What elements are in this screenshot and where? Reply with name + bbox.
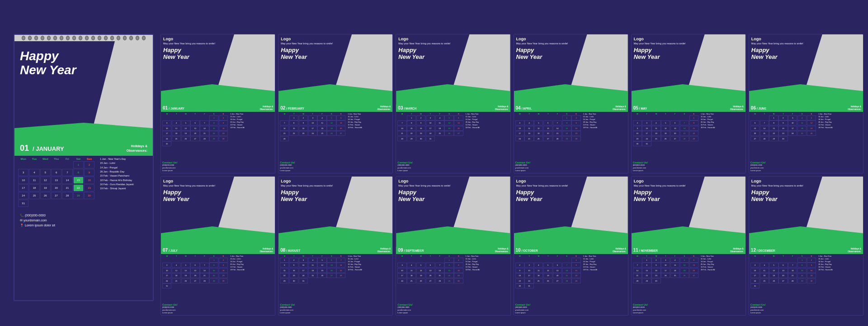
mini-day-header: S: [679, 113, 689, 115]
mini-cal-cell: 18: [435, 126, 444, 131]
cal-cell: 5: [40, 169, 51, 176]
mini-contact: Contact Us!(000)000-0000yourdomain.comLo…: [514, 302, 628, 315]
day-thu: Thu: [51, 158, 61, 160]
cal-cell: 16: [84, 177, 94, 184]
mini-happy-new-year: HappyNew Year: [161, 45, 275, 62]
mini-cal-grid: MTWTFSS123456789101112131415161718192021…: [514, 254, 582, 302]
mini-cal-body: MTWTFSS123456789101112131415161718192021…: [749, 112, 863, 160]
mini-cal-cell: 24: [515, 136, 524, 141]
cal-cell: 13: [51, 177, 61, 184]
mini-holidays-label: Holidays &Observances:: [613, 248, 626, 253]
mini-cal-cell: 17: [308, 126, 317, 131]
mini-day-header: T: [407, 113, 416, 115]
mini-happy-new-year: HappyNew Year: [749, 45, 863, 62]
mini-cal-cell: 28: [336, 273, 345, 278]
mini-holiday-item: 18 Feb - Hazrat Ali: [701, 268, 745, 271]
mini-month-label: 11/ NOVEMBER: [633, 248, 658, 253]
mini-cal-cell: 25: [760, 278, 769, 283]
mini-cal-cell: 15: [209, 126, 218, 131]
mini-cal-cell: 24: [750, 278, 760, 283]
mini-cal-cell: [524, 115, 533, 120]
mini-day-header: F: [317, 113, 327, 115]
mini-cal-cell: [435, 258, 444, 263]
mini-cal-cell: 31: [162, 141, 171, 146]
mini-logo: Logo: [749, 177, 863, 184]
mini-month-bar: 06/ JUNEHolidays &Observances:: [749, 105, 863, 112]
mini-cal-cell: 8: [209, 120, 218, 125]
mini-day-header: M: [162, 255, 172, 257]
calendars-grid: LogoMay your New Year bring you reasons …: [160, 34, 863, 316]
mini-holidays-label: Holidays &Observances:: [730, 105, 744, 111]
mini-cal-cell: 5: [661, 120, 670, 125]
mini-cal-cell: [515, 258, 524, 263]
mini-cal-cell: 12: [661, 126, 670, 131]
mini-day-header: S: [797, 113, 807, 115]
mini-cal-cell: 22: [209, 273, 218, 278]
mini-month-num: 06: [751, 105, 756, 110]
mini-month-num: 08: [280, 248, 285, 253]
mini-cal-cell: 30: [807, 278, 816, 283]
mini-cal-cell: [670, 115, 679, 120]
day-mon: Mon: [18, 158, 28, 160]
mini-cal-cell: 21: [435, 273, 444, 278]
mini-contact: Contact Us!(000)000-0000yourdomain.comLo…: [396, 302, 510, 315]
mini-cal-cell: 22: [444, 273, 453, 278]
mini-day-header: W: [769, 255, 778, 257]
mini-cal-cell: 27: [750, 136, 760, 141]
mini-cal-cell: 18: [407, 273, 416, 278]
mini-day-header: T: [426, 255, 435, 257]
mini-cal-top: LogoMay your New Year bring you reasons …: [514, 34, 628, 105]
mini-contact-info: (000)000-0000yourdomain.comLorem ipsum: [750, 164, 862, 172]
mini-cal-cell: 1: [562, 115, 571, 120]
mini-cal-top: LogoMay your New Year bring you reasons …: [278, 177, 392, 247]
holiday-item: 1 Jan - New Year's Day: [100, 157, 151, 161]
mini-grid-header: MTWTFSS: [515, 255, 581, 257]
mini-day-header: S: [689, 255, 698, 257]
mini-cal-body: MTWTFSS123456789101112131415161718192021…: [161, 254, 275, 302]
mini-calendar-january: LogoMay your New Year bring you reasons …: [160, 34, 275, 173]
cal-cell: 28: [62, 192, 72, 199]
mini-cal-cell: 14: [200, 268, 209, 273]
mini-month-bar: 05/ MAYHolidays &Observances:: [632, 105, 745, 112]
mini-cal-cell: 11: [435, 120, 444, 125]
mini-cal-cell: 24: [299, 273, 308, 278]
mini-happy-new-year: HappyNew Year: [514, 187, 628, 204]
mini-contact-info: (000)000-0000yourdomain.comLorem ipsum: [633, 306, 744, 314]
mini-cal-cell: 28: [435, 278, 444, 283]
mini-day-header: T: [642, 113, 651, 115]
mini-cal-cell: 20: [689, 268, 698, 273]
mini-cal-cell: 6: [327, 258, 336, 263]
mini-month-name: / MARCH: [404, 107, 416, 110]
mini-cal-cell: 12: [317, 263, 326, 268]
mini-month-name: / AUGUST: [286, 249, 300, 252]
mini-tagline: May your New Year bring you reasons to s…: [278, 42, 392, 45]
mini-logo: Logo: [749, 34, 863, 42]
mini-month-label: 02/ FEBRUARY: [280, 105, 304, 110]
mini-day-header: T: [289, 113, 299, 115]
mini-month-name: / JUNE: [757, 107, 766, 110]
mini-logo: Logo: [396, 34, 510, 42]
grid-body: 1 2 3 4 5 6 7 8 9 10 11 12 13 14 15 16 1…: [18, 161, 94, 207]
mini-month-bar: 12/ DECEMBERHolidays &Observances:: [749, 247, 863, 254]
mini-cal-cell: 2: [807, 258, 816, 263]
mini-holidays-label: Holidays &Observances:: [377, 248, 391, 253]
mini-cal-cell: 15: [571, 268, 580, 273]
spiral-dot: [98, 36, 101, 40]
mini-cal-cell: 7: [397, 120, 406, 125]
mini-cal-cell: 24: [426, 131, 435, 136]
mini-cal-grid: MTWTFSS123456789101112131415161718192021…: [161, 112, 229, 160]
mini-cal-cell: 15: [769, 126, 778, 131]
mini-cal-cell: 6: [190, 120, 199, 125]
mini-cal-cell: 17: [299, 268, 308, 273]
mini-cal-cell: 18: [760, 273, 769, 278]
mini-logo: Logo: [632, 34, 745, 42]
mini-cal-cell: 27: [670, 136, 679, 141]
mini-cal-cell: 7: [633, 263, 642, 268]
mini-cal-cell: 26: [444, 131, 453, 136]
mini-month-label: 10/ OCTOBER: [516, 248, 538, 253]
mini-cal-cell: 10: [162, 268, 171, 273]
mini-cal-cell: 8: [280, 263, 289, 268]
mini-cal-cell: 23: [651, 273, 660, 278]
mini-cal-cell: 23: [633, 136, 642, 141]
spiral-dot: [110, 36, 114, 40]
